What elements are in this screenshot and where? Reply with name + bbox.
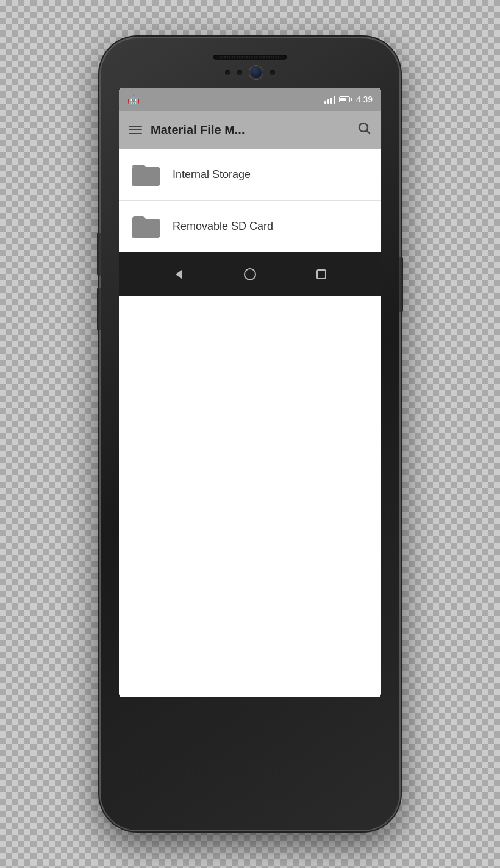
speaker-grill (213, 55, 287, 60)
power-button[interactable] (399, 257, 403, 312)
light-sensor (237, 70, 242, 75)
file-name: Internal Storage (173, 168, 251, 181)
list-item[interactable]: Removable SD Card (119, 201, 381, 252)
recents-button[interactable] (306, 259, 337, 290)
signal-bar-2 (327, 99, 329, 104)
navigation-bar (119, 252, 381, 296)
list-item[interactable]: Internal Storage (119, 149, 381, 201)
status-bar: 🤖 4:39 (119, 88, 381, 111)
app-title: Material File M... (151, 123, 348, 137)
svg-line-1 (367, 131, 370, 134)
folder-icon (131, 161, 160, 188)
battery-fill (340, 98, 346, 101)
home-button[interactable] (235, 259, 265, 290)
battery-tip (351, 98, 352, 101)
file-list: Internal Storage Removable SD Card (119, 149, 381, 252)
signal-bar-1 (324, 101, 326, 104)
sensors-area (225, 66, 275, 79)
status-left: 🤖 (127, 94, 140, 105)
signal-icon (324, 95, 335, 104)
hamburger-menu-button[interactable] (129, 126, 142, 134)
signal-bar-4 (334, 96, 335, 104)
phone-device: 🤖 4:39 (101, 38, 399, 830)
proximity-sensor (225, 70, 230, 75)
svg-point-3 (245, 269, 255, 280)
svg-rect-4 (317, 270, 326, 279)
android-icon: 🤖 (127, 94, 140, 105)
front-camera (249, 66, 263, 79)
back-button[interactable] (163, 259, 194, 290)
volume-up-button[interactable] (97, 233, 101, 276)
volume-down-button[interactable] (97, 288, 101, 330)
search-button[interactable] (357, 121, 371, 139)
signal-bar-3 (330, 98, 332, 104)
ham-line-3 (129, 133, 142, 134)
ham-line-2 (129, 129, 142, 130)
status-right: 4:39 (324, 94, 373, 104)
indicator-light (270, 70, 275, 75)
folder-icon (131, 213, 160, 240)
battery-body (339, 96, 350, 102)
battery-icon (339, 96, 352, 102)
app-bar: Material File M... (119, 111, 381, 149)
svg-marker-2 (176, 270, 182, 279)
clock: 4:39 (356, 94, 373, 104)
ham-line-1 (129, 126, 142, 127)
phone-screen: 🤖 4:39 (119, 88, 381, 697)
file-name: Removable SD Card (173, 220, 273, 233)
